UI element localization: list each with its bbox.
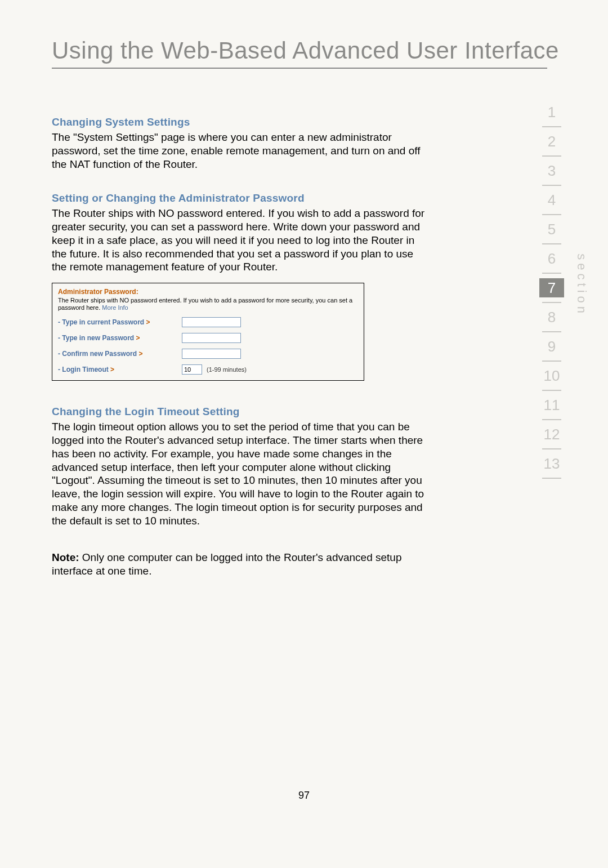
nav-item-4[interactable]: 4	[539, 190, 564, 210]
section-label: section	[574, 253, 589, 317]
heading-admin-password: Setting or Changing the Administrator Pa…	[52, 192, 429, 204]
label-current-password-text: - Type in current Password	[58, 318, 144, 326]
nav-item-7[interactable]: 7	[539, 278, 564, 297]
label-login-timeout: - Login Timeout >	[58, 366, 182, 373]
row-login-timeout: - Login Timeout > (1-99 minutes)	[58, 364, 358, 375]
admin-password-screenshot: Administrator Password: The Router ships…	[52, 283, 364, 381]
nav-divider	[542, 214, 561, 215]
row-new-password: - Type in new Password >	[58, 333, 358, 343]
nav-item-5[interactable]: 5	[539, 220, 564, 239]
page-title: Using the Web-Based Advanced User Interf…	[52, 37, 559, 64]
screenshot-description: The Router ships with NO password entere…	[58, 297, 358, 311]
label-login-timeout-text: - Login Timeout	[58, 366, 109, 373]
nav-item-9[interactable]: 9	[539, 337, 564, 356]
note-text: Only one computer can be logged into the…	[52, 551, 402, 577]
heading-system-settings: Changing System Settings	[52, 116, 429, 128]
note-label: Note:	[52, 551, 79, 563]
login-timeout-input[interactable]	[182, 364, 202, 375]
nav-item-12[interactable]: 12	[539, 425, 564, 444]
nav-item-10[interactable]: 10	[539, 366, 564, 385]
nav-divider	[542, 360, 561, 362]
nav-divider	[542, 478, 561, 479]
screenshot-title: Administrator Password:	[58, 288, 358, 296]
row-current-password: - Type in current Password >	[58, 317, 358, 327]
nav-divider	[542, 185, 561, 186]
nav-item-1[interactable]: 1	[539, 103, 564, 122]
nav-item-8[interactable]: 8	[539, 308, 564, 327]
nav-item-6[interactable]: 6	[539, 249, 564, 268]
heading-login-timeout: Changing the Login Timeout Setting	[52, 406, 429, 418]
nav-item-13[interactable]: 13	[539, 454, 564, 473]
arrow-icon: >	[136, 334, 140, 342]
nav-item-11[interactable]: 11	[539, 395, 564, 415]
label-new-password: - Type in new Password >	[58, 334, 182, 342]
page-number: 97	[0, 790, 608, 802]
nav-divider	[542, 331, 561, 332]
nav-divider	[542, 448, 561, 449]
nav-divider	[542, 390, 561, 391]
confirm-password-input[interactable]	[182, 349, 241, 359]
body-admin-password: The Router ships with NO password entere…	[52, 207, 429, 274]
label-confirm-password-text: - Confirm new Password	[58, 350, 137, 358]
nav-divider	[542, 126, 561, 127]
row-confirm-password: - Confirm new Password >	[58, 349, 358, 359]
title-rule	[52, 68, 547, 69]
body-system-settings: The "System Settings" page is where you …	[52, 131, 429, 171]
main-content: Changing System Settings The "System Set…	[52, 116, 429, 578]
label-current-password: - Type in current Password >	[58, 318, 182, 326]
current-password-input[interactable]	[182, 317, 241, 327]
arrow-icon: >	[110, 366, 114, 373]
label-confirm-password: - Confirm new Password >	[58, 350, 182, 358]
label-new-password-text: - Type in new Password	[58, 334, 134, 342]
nav-divider	[542, 419, 561, 420]
nav-item-2[interactable]: 2	[539, 132, 564, 151]
login-timeout-hint: (1-99 minutes)	[207, 366, 247, 373]
body-login-timeout: The login timeout option allows you to s…	[52, 420, 429, 527]
nav-divider	[542, 302, 561, 303]
more-info-link[interactable]: More Info	[102, 304, 128, 311]
nav-divider	[542, 155, 561, 157]
new-password-input[interactable]	[182, 333, 241, 343]
nav-divider	[542, 273, 561, 274]
arrow-icon: >	[146, 318, 150, 326]
section-nav: 1 2 3 4 5 6 7 8 9 10 11 12 13	[539, 103, 564, 483]
arrow-icon: >	[138, 350, 142, 358]
note: Note: Only one computer can be logged in…	[52, 551, 429, 578]
nav-item-3[interactable]: 3	[539, 161, 564, 180]
nav-divider	[542, 243, 561, 244]
